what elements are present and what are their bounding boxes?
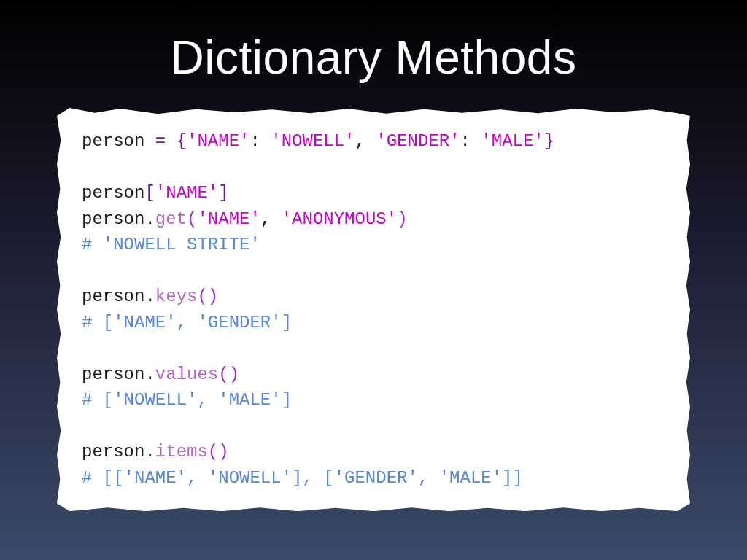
comment: # [['NAME', 'NOWELL'], ['GENDER', 'MALE'… xyxy=(82,468,523,488)
code-line: # ['NOWELL', 'MALE'] xyxy=(82,387,670,413)
blank-line xyxy=(82,155,670,181)
code-line: # [['NAME', 'NOWELL'], ['GENDER', 'MALE'… xyxy=(82,465,670,491)
brace-close: } xyxy=(544,131,554,151)
code-line: person.items() xyxy=(82,439,670,465)
dot: . xyxy=(144,287,155,306)
brace-open: { xyxy=(177,131,187,151)
paren-close: ) xyxy=(229,365,239,384)
paren-open: ( xyxy=(197,287,207,306)
string-literal: 'ANONYMOUS' xyxy=(282,209,397,229)
identifier: person xyxy=(82,131,144,151)
paren-close: ) xyxy=(208,287,218,306)
dot: . xyxy=(144,365,155,384)
comment: # 'NOWELL STRITE' xyxy=(82,235,260,254)
dot: . xyxy=(144,209,155,229)
string-literal: 'GENDER' xyxy=(376,131,460,151)
paren-close: ) xyxy=(397,209,407,229)
blank-line xyxy=(82,413,670,440)
string-literal: 'NAME' xyxy=(155,183,218,203)
string-literal: 'NAME' xyxy=(197,209,260,229)
slide-title: Dictionary Methods xyxy=(0,0,747,85)
operator-equals: = xyxy=(144,131,176,151)
bracket-open: [ xyxy=(144,183,155,203)
code-line: person.values() xyxy=(82,362,670,388)
paren-open: ( xyxy=(218,365,228,384)
punct: , xyxy=(260,209,282,229)
method-name: items xyxy=(155,442,208,462)
identifier: person xyxy=(82,365,144,384)
string-literal: 'NOWELL' xyxy=(271,131,355,151)
punct: : xyxy=(460,131,481,151)
code-line: person.keys() xyxy=(82,284,670,310)
code-card: person = {'NAME': 'NOWELL', 'GENDER': 'M… xyxy=(57,108,690,511)
string-literal: 'MALE' xyxy=(481,131,543,151)
method-name: get xyxy=(155,209,187,229)
punct: , xyxy=(355,131,376,151)
identifier: person xyxy=(82,183,144,203)
bracket-close: ] xyxy=(218,183,228,203)
code-line: person.get('NAME', 'ANONYMOUS') xyxy=(82,206,670,233)
method-name: values xyxy=(155,365,218,384)
identifier: person xyxy=(82,209,144,229)
string-literal: 'NAME' xyxy=(187,131,249,151)
blank-line xyxy=(82,335,670,362)
comment: # ['NOWELL', 'MALE'] xyxy=(82,390,292,410)
paren-close: ) xyxy=(218,442,228,462)
code-line: person = {'NAME': 'NOWELL', 'GENDER': 'M… xyxy=(82,128,670,155)
dot: . xyxy=(144,442,155,462)
punct: : xyxy=(249,131,271,151)
method-name: keys xyxy=(155,287,198,306)
blank-line xyxy=(82,258,670,284)
code-block: person = {'NAME': 'NOWELL', 'GENDER': 'M… xyxy=(82,128,670,491)
code-line: person['NAME'] xyxy=(82,180,670,206)
paren-open: ( xyxy=(208,442,218,462)
paren-open: ( xyxy=(187,209,197,229)
code-line: # 'NOWELL STRITE' xyxy=(82,232,670,258)
identifier: person xyxy=(82,287,144,306)
identifier: person xyxy=(82,442,144,462)
code-line: # ['NAME', 'GENDER'] xyxy=(82,310,670,336)
comment: # ['NAME', 'GENDER'] xyxy=(82,313,292,332)
